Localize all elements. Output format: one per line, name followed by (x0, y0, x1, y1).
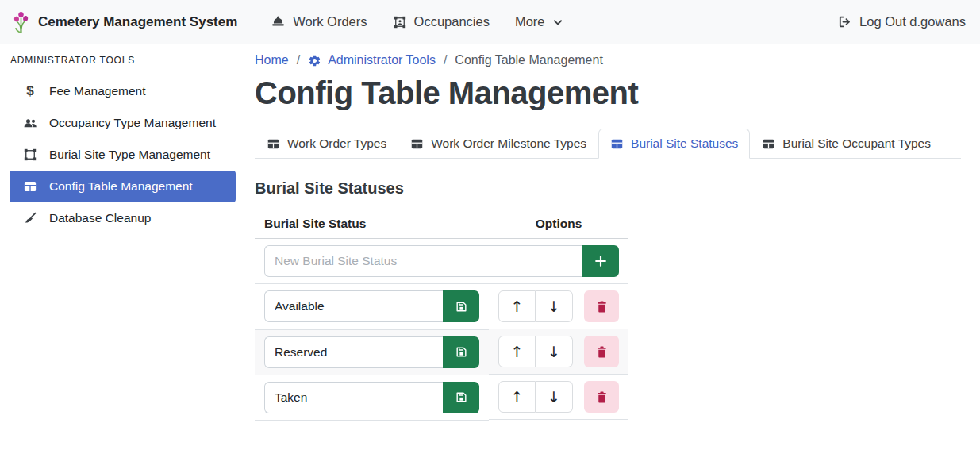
breadcrumb: Home / Administrator Tools / Config Tabl… (255, 53, 961, 67)
move-up-button[interactable]: ↑ (498, 381, 536, 413)
sidebar-header: ADMINISTRATOR TOOLS (10, 55, 246, 66)
arrow-up-icon: ↑ (511, 388, 524, 406)
reorder-group: ↑ ↓ (498, 290, 573, 322)
save-button[interactable] (443, 290, 479, 322)
page-title: Config Table Management (255, 75, 961, 111)
nav-work-orders-label: Work Orders (293, 14, 367, 29)
tab-work-order-types[interactable]: Work Order Types (255, 129, 398, 159)
app-brand[interactable]: Cemetery Management System (11, 10, 237, 34)
tab-label: Burial Site Occupant Types (782, 136, 931, 151)
status-input[interactable] (264, 382, 443, 413)
tab-label: Work Order Types (287, 136, 386, 151)
tab-burial-site-statuses[interactable]: Burial Site Statuses (598, 129, 750, 159)
table-row: ↑ ↓ (255, 375, 628, 420)
nav-occupancies[interactable]: Occupancies (393, 14, 490, 29)
save-icon (455, 300, 468, 313)
save-icon (455, 390, 468, 404)
table-icon (410, 137, 424, 151)
breadcrumb-admin-tools-label: Administrator Tools (328, 53, 436, 67)
logout-label: Log Out d.gowans (859, 14, 966, 29)
arrow-down-icon: ↓ (548, 343, 560, 360)
config-tabs: Work Order Types Work Order Milestone Ty… (255, 129, 961, 159)
reorder-group: ↑ ↓ (498, 381, 573, 413)
breadcrumb-home-link[interactable]: Home (255, 53, 289, 67)
nav-more-label: More (515, 14, 545, 29)
move-up-button[interactable]: ↑ (498, 336, 536, 367)
breadcrumb-separator: / (444, 53, 447, 67)
chevron-down-icon (552, 17, 563, 28)
tab-label: Work Order Milestone Types (431, 136, 586, 151)
breadcrumb-separator: / (297, 53, 300, 67)
tulips-logo-icon (11, 10, 31, 34)
sidebar-item-fee-management[interactable]: $ Fee Management (10, 75, 236, 107)
person-frame-icon (393, 15, 407, 29)
tab-burial-site-occupant-types[interactable]: Burial Site Occupant Types (750, 129, 943, 159)
vector-square-icon (22, 148, 38, 162)
arrow-down-icon: ↓ (548, 298, 560, 315)
tab-label: Burial Site Statuses (631, 136, 738, 151)
new-status-input[interactable] (264, 245, 582, 277)
move-down-button[interactable]: ↓ (536, 336, 573, 367)
logout-button[interactable]: Log Out d.gowans (837, 14, 966, 29)
dollar-icon: $ (22, 83, 38, 99)
move-down-button[interactable]: ↓ (536, 290, 573, 322)
hard-hat-icon (271, 14, 286, 29)
arrow-up-icon: ↑ (511, 298, 524, 315)
nav-more[interactable]: More (515, 14, 563, 29)
save-icon (455, 345, 468, 359)
trash-icon (595, 345, 609, 359)
sidebar-item-label: Database Cleanup (49, 211, 151, 225)
sidebar-item-label: Occupancy Type Management (49, 116, 216, 130)
sidebar-item-burial-site-type-management[interactable]: Burial Site Type Management (10, 139, 236, 171)
move-up-button[interactable]: ↑ (498, 290, 536, 322)
table-icon (267, 137, 280, 151)
main-content: Home / Administrator Tools / Config Tabl… (246, 44, 980, 469)
delete-button[interactable] (584, 381, 619, 413)
save-button[interactable] (443, 336, 479, 368)
delete-button[interactable] (584, 336, 619, 367)
users-icon (22, 115, 38, 131)
nav-occupancies-label: Occupancies (414, 14, 490, 29)
gear-icon (308, 54, 321, 67)
add-status-button[interactable] (582, 245, 619, 277)
arrow-down-icon: ↓ (548, 388, 560, 406)
plus-icon (593, 253, 609, 269)
breadcrumb-admin-tools-link[interactable]: Administrator Tools (308, 53, 436, 67)
arrow-up-icon: ↑ (511, 343, 524, 360)
sidebar-item-label: Fee Management (49, 84, 146, 98)
broom-icon (22, 211, 38, 226)
status-input[interactable] (264, 290, 443, 322)
table-row: ↑ ↓ (255, 284, 628, 330)
table-header-row: Burial Site Status Options (255, 212, 628, 239)
tab-work-order-milestone-types[interactable]: Work Order Milestone Types (398, 129, 598, 159)
new-status-row (255, 239, 628, 284)
reorder-group: ↑ ↓ (498, 336, 573, 367)
sidebar-item-database-cleanup[interactable]: Database Cleanup (10, 202, 236, 234)
table-icon (22, 179, 38, 194)
trash-icon (595, 390, 609, 404)
save-button[interactable] (443, 382, 479, 413)
app-title: Cemetery Management System (38, 14, 237, 30)
sidebar-item-label: Config Table Management (49, 179, 193, 194)
status-input[interactable] (264, 336, 443, 368)
move-down-button[interactable]: ↓ (536, 381, 573, 413)
section-heading: Burial Site Statuses (255, 179, 961, 198)
column-header-options: Options (489, 212, 628, 239)
sidebar-item-occupancy-type-management[interactable]: Occupancy Type Management (10, 107, 236, 139)
column-header-status: Burial Site Status (255, 212, 489, 239)
sidebar-item-config-table-management[interactable]: Config Table Management (10, 171, 236, 202)
nav-work-orders[interactable]: Work Orders (271, 14, 367, 29)
top-navbar: Cemetery Management System Work Orders O… (0, 0, 980, 44)
sidebar: ADMINISTRATOR TOOLS $ Fee Management Occ… (0, 44, 246, 469)
trash-icon (595, 300, 609, 313)
table-icon (762, 137, 775, 151)
sidebar-item-label: Burial Site Type Management (49, 148, 210, 162)
breadcrumb-current: Config Table Management (455, 53, 603, 67)
delete-button[interactable] (584, 290, 619, 322)
logout-icon (837, 14, 852, 29)
table-icon (610, 137, 624, 151)
table-row: ↑ ↓ (255, 329, 628, 375)
burial-site-status-table: Burial Site Status Options (255, 212, 628, 421)
